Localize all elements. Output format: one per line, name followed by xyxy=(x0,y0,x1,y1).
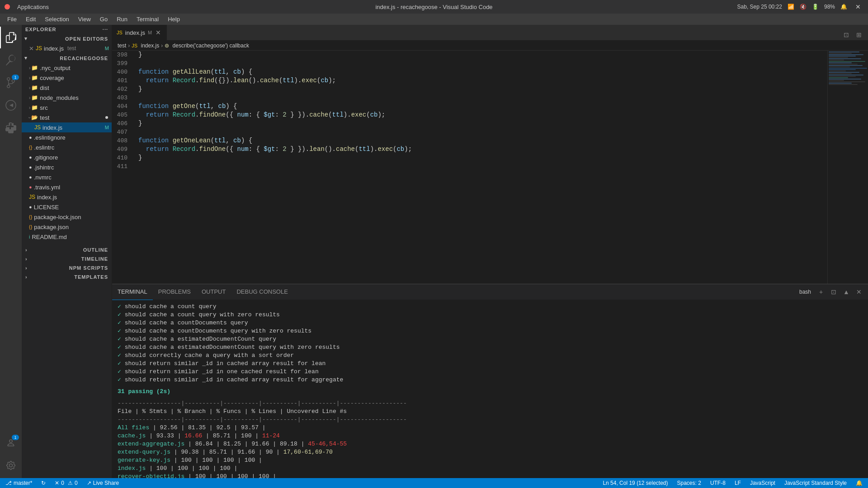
file-jshintrc[interactable]: ● .jshintrc xyxy=(22,162,112,172)
menu-edit[interactable]: Edit xyxy=(22,15,39,23)
tab-output[interactable]: OUTPUT xyxy=(196,284,231,300)
status-encoding[interactable]: UTF-8 xyxy=(708,480,727,486)
title-bar-right: Sab, Sep 25 00:22 📶 🔇 🔋 98% 🔔 ✕ xyxy=(737,3,863,10)
tab-indexjs[interactable]: JS index.js M ✕ xyxy=(112,25,167,40)
menu-run[interactable]: Run xyxy=(113,15,131,23)
status-notifications[interactable]: 🔔 xyxy=(854,480,864,486)
cov-sep-1: ------------------|----------|----------… xyxy=(118,399,863,408)
recachegoose-header[interactable]: ▾ RECACHEGOOSE xyxy=(22,53,112,63)
cov-row-extend-aggregate: extend-aggregate.js | 86.84 | 81.25 | 91… xyxy=(118,440,863,448)
tab-close-button[interactable]: ✕ xyxy=(155,29,162,36)
status-sync[interactable]: ↻ xyxy=(39,480,47,486)
file-readme[interactable]: i README.md xyxy=(22,232,112,242)
line-num-407: 407 xyxy=(112,128,131,136)
line-num-404: 404 xyxy=(112,102,131,111)
open-editor-modified: M xyxy=(105,46,109,51)
file-test-indexjs[interactable]: JS index.js M xyxy=(22,122,112,132)
new-terminal-button[interactable]: + xyxy=(816,286,826,297)
status-position[interactable]: Ln 54, Col 19 (12 selected) xyxy=(601,480,670,486)
folder-src[interactable]: › 📁 src xyxy=(22,103,112,113)
folder-nyc-output[interactable]: › 📁 .nyc_output xyxy=(22,63,112,73)
settings-icon[interactable] xyxy=(0,455,22,476)
code-line-409: return Record.findOne({ num: { $gt: 2 } … xyxy=(138,145,827,154)
breadcrumb-file[interactable]: JS index.js xyxy=(132,42,159,49)
accounts-icon[interactable]: 1 xyxy=(0,432,22,454)
test-result-1: ✓ should cache a count query xyxy=(118,303,863,311)
source-control-badge: 1 xyxy=(12,75,19,80)
test-result-5: ✓ should cache a estimatedDocumentCount … xyxy=(118,335,863,343)
sidebar-bottom-sections: › OUTLINE › TIMELINE › NPM SCRIPTS › TEM… xyxy=(22,245,112,282)
timeline-header[interactable]: › TIMELINE xyxy=(22,254,112,263)
folder-coverage[interactable]: › 📁 coverage xyxy=(22,73,112,83)
file-tree: › 📁 .nyc_output › 📁 coverage › 📁 dist › … xyxy=(22,63,112,242)
tab-filename: index.js xyxy=(125,29,145,36)
status-line-ending[interactable]: LF xyxy=(733,480,743,486)
source-control-icon[interactable]: 1 xyxy=(0,72,22,94)
open-editor-indexjs[interactable]: ✕ JS index.js test M xyxy=(22,43,112,53)
folder-test[interactable]: › 📂 test xyxy=(22,113,112,122)
status-errors[interactable]: ✕ 0 ⚠ 0 xyxy=(53,480,79,486)
close-window-button[interactable]: ✕ xyxy=(853,3,863,10)
explorer-header[interactable]: EXPLORER ··· xyxy=(22,25,112,34)
position-text: Ln 54, Col 19 (12 selected) xyxy=(603,480,668,486)
folder-node-modules[interactable]: › 📁 node_modules xyxy=(22,93,112,103)
terminal-split-button[interactable]: ⊡ xyxy=(828,286,839,297)
file-license[interactable]: ● LICENSE xyxy=(22,202,112,212)
menu-file[interactable]: File xyxy=(4,15,20,23)
file-package-lock[interactable]: {} package-lock.json xyxy=(22,212,112,222)
menu-selection[interactable]: Selection xyxy=(41,15,72,23)
open-editors-list: ✕ JS index.js test M xyxy=(22,43,112,53)
status-live-share[interactable]: ↗ Live Share xyxy=(85,480,121,486)
status-formatter[interactable]: JavaScript Standard Style xyxy=(783,480,849,486)
menu-terminal[interactable]: Terminal xyxy=(133,15,162,23)
status-language[interactable]: JavaScript xyxy=(748,480,777,486)
folder-dist[interactable]: › 📁 dist xyxy=(22,83,112,93)
sidebar: EXPLORER ··· ▾ OPEN EDITORS ✕ JS index.j… xyxy=(22,25,112,478)
folder-icon: 📁 xyxy=(31,65,38,71)
close-file-icon[interactable]: ✕ xyxy=(29,45,34,52)
status-right: Ln 54, Col 19 (12 selected) Spaces: 2 UT… xyxy=(601,480,864,486)
search-icon[interactable] xyxy=(0,49,22,71)
status-spaces[interactable]: Spaces: 2 xyxy=(675,480,703,486)
file-root-indexjs[interactable]: JS index.js xyxy=(22,192,112,202)
js-file-icon-small: JS xyxy=(34,124,41,131)
tab-problems[interactable]: PROBLEMS xyxy=(153,284,196,300)
outline-header[interactable]: › OUTLINE xyxy=(22,245,112,254)
menu-view[interactable]: View xyxy=(75,15,94,23)
terminal-collapse-button[interactable]: ▲ xyxy=(841,286,852,297)
extensions-icon[interactable] xyxy=(0,117,22,139)
file-travis[interactable]: ● .travis.yml xyxy=(22,182,112,192)
run-debug-icon[interactable] xyxy=(0,94,22,116)
code-content[interactable]: } function getAllLean(ttl, cb) { return … xyxy=(135,51,827,284)
eslintignore-icon: ● xyxy=(29,135,32,140)
editor-area: JS index.js M ✕ ⊡ ⊞ test › JS index.js ›… xyxy=(112,25,868,478)
menu-help[interactable]: Help xyxy=(164,15,184,23)
explorer-icon[interactable] xyxy=(0,27,22,48)
split-editor-button[interactable]: ⊡ xyxy=(841,29,852,40)
terminal-close-button[interactable]: ✕ xyxy=(854,286,864,297)
file-nvmrc[interactable]: ● .nvmrc xyxy=(22,172,112,182)
warning-count: 0 xyxy=(75,480,78,486)
toggle-layout-button[interactable]: ⊞ xyxy=(854,29,864,40)
status-branch[interactable]: ⎇ master* xyxy=(4,480,34,486)
breadcrumb-symbol[interactable]: ⊚ describe('cachegoose') callback xyxy=(165,42,249,49)
folder-icon-dist: 📁 xyxy=(31,84,38,91)
close-button[interactable] xyxy=(5,4,10,9)
tab-debug-console[interactable]: DEBUG CONSOLE xyxy=(231,284,293,300)
minimap xyxy=(827,51,868,284)
terminal-content[interactable]: ✓ should cache a count query ✓ should ca… xyxy=(112,300,868,478)
code-line-408: function getOneLean(ttl, cb) { xyxy=(138,136,827,145)
menu-go[interactable]: Go xyxy=(96,15,111,23)
tab-terminal[interactable]: TERMINAL xyxy=(112,284,153,300)
breadcrumb-test[interactable]: test xyxy=(118,42,126,49)
code-editor[interactable]: 398 399 400 401 402 403 404 405 406 407 … xyxy=(112,51,868,284)
file-gitignore[interactable]: ● .gitignore xyxy=(22,152,112,162)
templates-header[interactable]: › TEMPLATES xyxy=(22,272,112,282)
open-editors-header[interactable]: ▾ OPEN EDITORS xyxy=(22,34,112,43)
outline-chevron: › xyxy=(25,247,28,253)
file-eslintrc[interactable]: {} .eslintrc xyxy=(22,142,112,152)
explorer-menu-icon[interactable]: ··· xyxy=(103,27,108,32)
file-eslintignore[interactable]: ● .eslintignore xyxy=(22,132,112,142)
file-package-json[interactable]: {} package.json xyxy=(22,222,112,232)
npm-scripts-header[interactable]: › NPM SCRIPTS xyxy=(22,263,112,272)
